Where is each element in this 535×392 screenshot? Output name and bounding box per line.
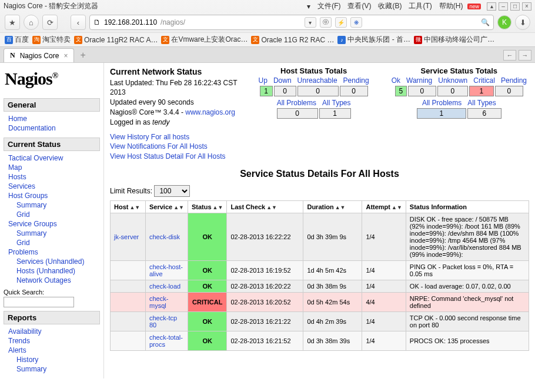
svc-warning-link[interactable]: Warning: [404, 76, 434, 85]
sidebar-link-map[interactable]: Map: [8, 163, 100, 172]
view-host-detail-link[interactable]: View Host Status Detail For All Hosts: [110, 152, 239, 162]
sidebar-link-hg-grid[interactable]: Grid: [8, 210, 100, 219]
new-tab-button[interactable]: +: [76, 50, 89, 61]
quick-search-input[interactable]: [4, 297, 74, 307]
k-button[interactable]: K: [497, 15, 511, 29]
star-icon[interactable]: ★: [5, 15, 20, 30]
bookmark-baidu[interactable]: 百百度: [5, 35, 29, 45]
host-down-count[interactable]: 0: [274, 86, 296, 96]
sidebar-link-hostgroups[interactable]: Host Groups: [8, 191, 100, 200]
flash-icon[interactable]: ⚡: [335, 17, 347, 28]
paw-icon[interactable]: ❋: [350, 17, 362, 28]
sidebar-link-availability[interactable]: Availability: [8, 327, 100, 336]
col-status[interactable]: Status▲▼: [188, 200, 226, 213]
dropdown-icon[interactable]: ▾: [305, 17, 316, 28]
view-notifications-link[interactable]: View Notifications For All Hosts: [110, 142, 239, 152]
sidebar-link-outages[interactable]: Network Outages: [8, 276, 100, 285]
maximize-button[interactable]: □: [510, 2, 520, 11]
col-service[interactable]: Service▲▼: [146, 200, 188, 213]
host-pending-count[interactable]: 0: [340, 86, 368, 96]
sidebar-link-problems[interactable]: Problems: [8, 247, 100, 257]
tab-next[interactable]: →: [519, 50, 531, 61]
svc-warning-count[interactable]: 0: [408, 86, 436, 96]
host-all-problems-count[interactable]: 0: [277, 108, 318, 119]
menu-tools[interactable]: 工具(T): [409, 1, 432, 11]
svc-pending-link[interactable]: Pending: [499, 76, 529, 85]
bookmark-taobao[interactable]: 淘淘宝特卖: [32, 35, 71, 45]
url-input[interactable]: [189, 18, 300, 27]
sidebar-link-svc-unhandled[interactable]: Services (Unhandled): [8, 257, 100, 266]
nagios-org-link[interactable]: www.nagios.org: [185, 108, 235, 116]
tab-nagios[interactable]: N Nagios Core ×: [4, 48, 74, 62]
home-icon[interactable]: ⌂: [24, 15, 39, 30]
sidebar-link-trends[interactable]: Trends: [8, 336, 100, 346]
host-all-types-count[interactable]: 1: [319, 108, 351, 119]
minimize-button[interactable]: –: [499, 2, 508, 11]
bookmark-vmware[interactable]: 文在Vmware上安装Orac…: [161, 35, 248, 45]
svc-all-problems-count[interactable]: 1: [417, 108, 466, 119]
menu-help[interactable]: 帮助(H): [439, 1, 463, 11]
chevron-down-icon[interactable]: ▾: [307, 2, 310, 11]
hide-button[interactable]: ▴: [487, 2, 496, 11]
col-last-check[interactable]: Last Check▲▼: [227, 200, 303, 213]
sidebar-link-sg-summary[interactable]: Summary: [8, 229, 100, 238]
col-status-info[interactable]: Status Information: [406, 200, 529, 213]
limit-select[interactable]: 100: [154, 185, 190, 197]
sidebar-link-history[interactable]: History: [8, 355, 100, 364]
sidebar-link-alerts[interactable]: Alerts: [8, 346, 100, 355]
sidebar-link-hg-summary[interactable]: Summary: [8, 200, 100, 210]
bookmark-oracle2[interactable]: 文Oracle 11G R2 RAC …: [251, 36, 334, 44]
sidebar-link-sg-grid[interactable]: Grid: [8, 238, 100, 247]
service-link[interactable]: check-load: [149, 283, 180, 290]
sidebar-link-docs[interactable]: Documentation: [8, 123, 100, 133]
service-link[interactable]: check-tcp 80: [149, 314, 177, 329]
svc-critical-link[interactable]: Critical: [471, 76, 497, 85]
host-link[interactable]: jk-server: [114, 233, 139, 240]
svc-unknown-count[interactable]: 0: [437, 86, 468, 96]
menu-view[interactable]: 查看(V): [347, 1, 371, 11]
col-duration[interactable]: Duration▲▼: [303, 200, 362, 213]
back-button[interactable]: ‹: [71, 15, 86, 30]
svc-ok-link[interactable]: Ok: [389, 76, 403, 85]
view-history-link[interactable]: View History For all hosts: [110, 132, 239, 142]
service-link[interactable]: check-total-procs: [149, 334, 183, 348]
compat-icon[interactable]: ⓔ: [320, 17, 332, 28]
svc-all-types-count[interactable]: 6: [467, 108, 501, 119]
service-link[interactable]: check-mysql: [149, 295, 168, 309]
service-link[interactable]: check-disk: [149, 233, 180, 240]
sidebar-link-host-unhandled[interactable]: Hosts (Unhandled): [8, 266, 100, 276]
sidebar-link-hosts[interactable]: Hosts: [8, 172, 100, 182]
host-unreachable-count[interactable]: 0: [297, 86, 339, 96]
close-button[interactable]: ×: [522, 2, 531, 11]
host-up-count[interactable]: 1: [260, 86, 273, 96]
sidebar-link-home[interactable]: Home: [8, 114, 100, 123]
host-down-link[interactable]: Down: [271, 76, 294, 85]
bookmark-weibo[interactable]: 微中国移动终端公司广…: [414, 35, 494, 45]
close-tab-icon[interactable]: ×: [63, 52, 68, 60]
host-unreachable-link[interactable]: Unreachable: [295, 76, 340, 85]
download-icon[interactable]: ⬇: [515, 15, 530, 30]
host-up-link[interactable]: Up: [256, 76, 270, 85]
sidebar-link-tactical[interactable]: Tactical Overview: [8, 153, 100, 163]
reload-icon[interactable]: ⟳: [42, 15, 58, 30]
menu-file[interactable]: 文件(F): [317, 1, 340, 11]
tab-prev[interactable]: ←: [503, 50, 516, 61]
svc-critical-count[interactable]: 1: [469, 86, 494, 96]
url-bar[interactable]: 🗋 192.168.201.110/nagios/ ▾ ⓔ ⚡ ❋ 🔍: [89, 15, 494, 30]
host-pending-link[interactable]: Pending: [341, 76, 372, 85]
svc-all-problems-link[interactable]: All Problems: [420, 99, 464, 107]
sidebar-link-summary[interactable]: Summary: [8, 364, 100, 374]
bookmark-oracle1[interactable]: 文Oracle 11gR2 RAC A…: [74, 36, 158, 44]
menu-favorites[interactable]: 收藏(B): [378, 1, 402, 11]
service-link[interactable]: check-host-alive: [149, 263, 183, 277]
svc-unknown-link[interactable]: Unknown: [436, 76, 470, 85]
sidebar-link-servicegroups[interactable]: Service Groups: [8, 219, 100, 229]
col-host[interactable]: Host▲▼: [111, 200, 146, 213]
host-all-problems-link[interactable]: All Problems: [275, 99, 319, 107]
svc-ok-count[interactable]: 5: [395, 86, 407, 96]
col-attempt[interactable]: Attempt▲▼: [362, 200, 406, 213]
svc-pending-count[interactable]: 0: [495, 86, 523, 96]
sidebar-link-services[interactable]: Services: [8, 182, 100, 191]
search-icon[interactable]: 🔍: [481, 18, 490, 26]
host-all-types-link[interactable]: All Types: [320, 99, 353, 107]
